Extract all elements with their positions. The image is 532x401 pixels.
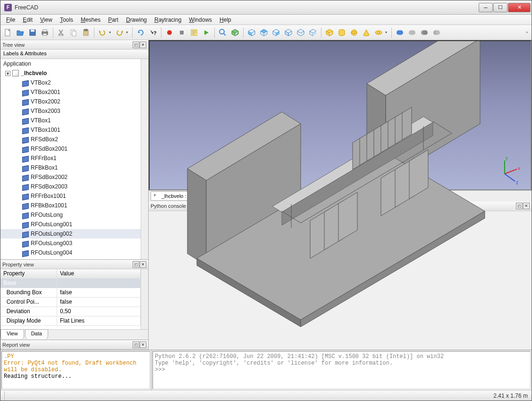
tree-item[interactable]: VTBox1001 [0,125,141,135]
tree-close-button[interactable]: ✕ [140,42,146,48]
menu-part[interactable]: Part [104,16,122,24]
print-button[interactable] [39,27,51,38]
prim-cone-button[interactable] [361,27,372,38]
tree-item[interactable]: RFFrBox1001 [0,191,141,201]
tree-item[interactable]: RFOutsLong001 [0,220,141,229]
report-undock-button[interactable]: ◰ [133,341,139,348]
prim-cube-button[interactable] [324,27,335,38]
view-iso-button[interactable] [229,27,241,38]
report-view-body[interactable]: .PYError: PyQt4 not found, Draft workben… [1,351,150,389]
prop-value[interactable]: Flat Lines [57,316,141,325]
report-view-header: Report view ◰ ✕ [0,340,148,350]
prop-close-button[interactable]: ✕ [140,261,146,268]
bool-fuse-button[interactable] [394,27,405,38]
3d-viewport[interactable]: y x z [149,40,532,190]
maximize-button[interactable]: ☐ [493,3,507,12]
prop-undock-button[interactable]: ◰ [133,261,139,268]
new-doc-button[interactable] [2,27,14,38]
menu-drawing[interactable]: Drawing [122,16,151,24]
menu-raytracing[interactable]: Raytracing [151,16,185,24]
menu-file[interactable]: File [2,16,19,24]
view-left-button[interactable] [307,27,319,38]
view-back-button[interactable] [283,27,294,38]
menu-windows[interactable]: Windows [185,16,216,24]
part-icon [22,212,29,218]
view-top-button[interactable] [258,27,270,38]
menu-meshes[interactable]: Meshes [77,16,104,24]
zoom-fit-button[interactable] [217,27,228,38]
property-row[interactable]: Deviation0,50 [0,307,141,316]
macro-record-button[interactable] [164,27,175,38]
copy-button[interactable] [68,27,79,38]
prim-torus-button[interactable] [373,27,384,38]
tree-undock-button[interactable]: ◰ [133,42,139,48]
tree-item[interactable]: RFFrBox1 [0,154,141,163]
bool-common-button[interactable] [406,27,418,38]
tree-item[interactable]: RFOutsLong005 [0,257,141,259]
tree-item[interactable]: RFSdBox2001 [0,144,141,154]
tree-item[interactable]: VTBox2003 [0,106,141,116]
undo-button[interactable] [97,27,108,38]
open-doc-button[interactable] [15,27,26,38]
tree-item[interactable]: VTBox2002 [0,97,141,106]
tree-node-document[interactable]: ▾ _lhcbvelo [0,68,141,78]
prop-value[interactable]: false [57,288,141,297]
prop-col-property[interactable]: Property [0,269,57,278]
prop-value[interactable]: 0,50 [57,307,141,316]
tree-item[interactable]: VTBox2 [0,78,141,87]
tree-node-application[interactable]: Application [0,59,141,68]
report-close-button[interactable]: ✕ [140,341,146,348]
refresh-button[interactable] [135,27,146,38]
tree-item[interactable]: RFOutsLong [0,210,141,220]
property-section-base[interactable]: Base [0,279,141,288]
property-row[interactable]: Control Poi...false [0,298,141,307]
tree-item[interactable]: RFBkBox1001 [0,201,141,210]
tree-item[interactable]: VTBox1 [0,116,141,125]
property-tab-view[interactable]: View [0,329,24,339]
prim-more-dropdown[interactable]: ▾ [385,30,389,34]
toolbar-overflow[interactable]: » [526,30,530,34]
save-doc-button[interactable] [27,27,38,38]
menu-edit[interactable]: Edit [19,16,36,24]
redo-dropdown[interactable]: ▾ [126,30,130,34]
cut-button[interactable] [56,27,67,38]
redo-button[interactable] [114,27,125,38]
menu-view[interactable]: View [36,16,56,24]
tree-item[interactable]: RFSdBox2 [0,135,141,144]
bool-section-button[interactable] [431,27,442,38]
tree-scrollbar[interactable] [141,59,148,259]
prop-value[interactable]: false [57,298,141,307]
tree-item[interactable]: RFSdBox2003 [0,182,141,191]
tree-item[interactable]: RFOutsLong002 [0,229,141,239]
menu-tools[interactable]: Tools [56,16,77,24]
view-right-button[interactable] [270,27,282,38]
macro-edit-button[interactable] [188,27,200,38]
python-console-body[interactable]: Python 2.6.2 (r262:71600, Jun 22 2009, 2… [152,351,531,389]
close-button[interactable]: ✕ [508,3,531,12]
property-row[interactable]: Display ModeFlat Lines [0,316,141,326]
view-front-button[interactable] [246,27,257,38]
prop-col-value[interactable]: Value [57,269,141,278]
menu-help[interactable]: Help [216,16,235,24]
paste-button[interactable] [80,27,92,38]
prop-scrollbar[interactable] [141,269,148,329]
tree-item[interactable]: RFOutsLong003 [0,239,141,248]
tree-body[interactable]: Application ▾ _lhcbvelo VTBox2VTBox2001V… [0,59,141,259]
property-row[interactable]: Bounding Boxfalse [0,288,141,298]
tree-item[interactable]: RFOutsLong004 [0,248,141,257]
prim-sphere-button[interactable] [348,27,360,38]
minimize-button[interactable]: ─ [479,3,493,12]
tree-column-header[interactable]: Labels & Attributes [0,50,148,59]
property-tab-data[interactable]: Data [25,329,48,339]
macro-stop-button[interactable] [176,27,187,38]
tree-item[interactable]: RFSdBox2002 [0,172,141,182]
expander-icon[interactable]: ▾ [5,71,10,76]
tree-item[interactable]: VTBox2001 [0,87,141,97]
macro-play-button[interactable] [201,27,212,38]
undo-dropdown[interactable]: ▾ [109,30,113,34]
tree-item[interactable]: RFBkBox1 [0,163,141,172]
prim-cylinder-button[interactable] [336,27,347,38]
view-bottom-button[interactable] [295,27,306,38]
bool-cut-button[interactable] [419,27,430,38]
whats-this-button[interactable]: ? [147,27,159,38]
